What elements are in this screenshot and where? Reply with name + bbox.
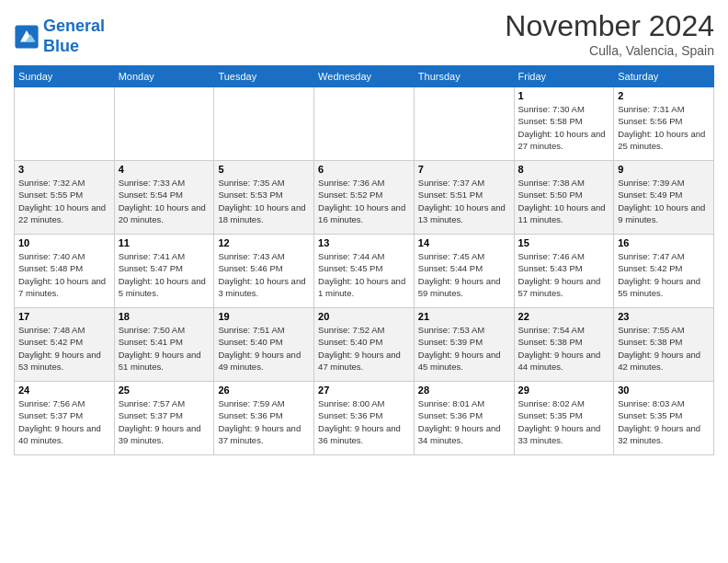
day-number: 20	[318, 311, 410, 322]
day-cell: 13Sunrise: 7:44 AM Sunset: 5:45 PM Dayli…	[314, 235, 415, 308]
week-row-2: 3Sunrise: 7:32 AM Sunset: 5:55 PM Daylig…	[15, 161, 714, 235]
day-cell: 9Sunrise: 7:39 AM Sunset: 5:49 PM Daylig…	[614, 161, 714, 235]
day-cell: 12Sunrise: 7:43 AM Sunset: 5:46 PM Dayli…	[214, 235, 314, 308]
weekday-header-row: SundayMondayTuesdayWednesdayThursdayFrid…	[15, 66, 714, 87]
day-number: 13	[318, 237, 410, 248]
day-cell: 22Sunrise: 7:54 AM Sunset: 5:38 PM Dayli…	[514, 308, 614, 382]
day-info: Sunrise: 8:01 AM Sunset: 5:36 PM Dayligh…	[418, 397, 510, 446]
calendar-table: SundayMondayTuesdayWednesdayThursdayFrid…	[14, 65, 714, 455]
day-number: 5	[218, 164, 310, 175]
day-cell: 14Sunrise: 7:45 AM Sunset: 5:44 PM Dayli…	[414, 235, 514, 308]
day-cell: 28Sunrise: 8:01 AM Sunset: 5:36 PM Dayli…	[414, 382, 514, 455]
day-number: 22	[518, 311, 610, 322]
day-info: Sunrise: 8:03 AM Sunset: 5:35 PM Dayligh…	[618, 397, 710, 446]
logo-text: General Blue	[43, 17, 105, 56]
day-info: Sunrise: 7:35 AM Sunset: 5:53 PM Dayligh…	[218, 177, 310, 225]
day-number: 10	[18, 237, 110, 248]
weekday-header-tuesday: Tuesday	[214, 66, 314, 87]
day-cell: 2Sunrise: 7:31 AM Sunset: 5:56 PM Daylig…	[614, 87, 714, 161]
day-info: Sunrise: 7:52 AM Sunset: 5:40 PM Dayligh…	[318, 324, 410, 373]
weekday-header-thursday: Thursday	[414, 66, 514, 87]
day-info: Sunrise: 7:50 AM Sunset: 5:41 PM Dayligh…	[119, 324, 210, 373]
day-info: Sunrise: 7:55 AM Sunset: 5:38 PM Dayligh…	[618, 324, 710, 373]
day-cell	[114, 87, 214, 161]
day-info: Sunrise: 7:44 AM Sunset: 5:45 PM Dayligh…	[318, 250, 410, 299]
day-cell: 16Sunrise: 7:47 AM Sunset: 5:42 PM Dayli…	[614, 235, 714, 308]
day-number: 14	[418, 237, 510, 248]
logo-icon	[14, 24, 40, 50]
weekday-header-wednesday: Wednesday	[314, 66, 415, 87]
title-block: November 2024 Culla, Valencia, Spain	[505, 9, 714, 58]
day-info: Sunrise: 7:48 AM Sunset: 5:42 PM Dayligh…	[18, 324, 110, 373]
month-title: November 2024	[505, 9, 714, 43]
day-number: 6	[318, 164, 410, 175]
day-number: 17	[18, 311, 110, 322]
day-cell	[15, 87, 115, 161]
day-cell: 15Sunrise: 7:46 AM Sunset: 5:43 PM Dayli…	[514, 235, 614, 308]
day-info: Sunrise: 7:38 AM Sunset: 5:50 PM Dayligh…	[518, 177, 610, 225]
day-info: Sunrise: 7:37 AM Sunset: 5:51 PM Dayligh…	[418, 177, 510, 225]
day-cell: 18Sunrise: 7:50 AM Sunset: 5:41 PM Dayli…	[114, 308, 214, 382]
day-info: Sunrise: 7:36 AM Sunset: 5:52 PM Dayligh…	[318, 177, 410, 225]
day-number: 3	[18, 164, 110, 175]
day-cell: 27Sunrise: 8:00 AM Sunset: 5:36 PM Dayli…	[314, 382, 415, 455]
day-cell: 4Sunrise: 7:33 AM Sunset: 5:54 PM Daylig…	[114, 161, 214, 235]
weekday-header-sunday: Sunday	[15, 66, 115, 87]
day-info: Sunrise: 7:30 AM Sunset: 5:58 PM Dayligh…	[518, 103, 610, 152]
day-info: Sunrise: 7:46 AM Sunset: 5:43 PM Dayligh…	[518, 250, 610, 299]
day-cell: 10Sunrise: 7:40 AM Sunset: 5:48 PM Dayli…	[15, 235, 115, 308]
day-info: Sunrise: 7:43 AM Sunset: 5:46 PM Dayligh…	[218, 250, 310, 299]
day-cell: 5Sunrise: 7:35 AM Sunset: 5:53 PM Daylig…	[214, 161, 314, 235]
day-cell: 21Sunrise: 7:53 AM Sunset: 5:39 PM Dayli…	[414, 308, 514, 382]
week-row-5: 24Sunrise: 7:56 AM Sunset: 5:37 PM Dayli…	[15, 382, 714, 455]
day-info: Sunrise: 7:31 AM Sunset: 5:56 PM Dayligh…	[618, 103, 710, 152]
day-info: Sunrise: 8:00 AM Sunset: 5:36 PM Dayligh…	[318, 397, 410, 446]
day-cell: 29Sunrise: 8:02 AM Sunset: 5:35 PM Dayli…	[514, 382, 614, 455]
page-header: General Blue November 2024 Culla, Valenc…	[14, 9, 714, 58]
day-number: 27	[318, 385, 410, 396]
week-row-3: 10Sunrise: 7:40 AM Sunset: 5:48 PM Dayli…	[15, 235, 714, 308]
day-info: Sunrise: 7:54 AM Sunset: 5:38 PM Dayligh…	[518, 324, 610, 373]
day-cell: 30Sunrise: 8:03 AM Sunset: 5:35 PM Dayli…	[614, 382, 714, 455]
day-info: Sunrise: 7:45 AM Sunset: 5:44 PM Dayligh…	[418, 250, 510, 299]
day-number: 26	[218, 385, 310, 396]
day-cell: 23Sunrise: 7:55 AM Sunset: 5:38 PM Dayli…	[614, 308, 714, 382]
day-number: 7	[418, 164, 510, 175]
day-number: 9	[618, 164, 710, 175]
logo-line2: Blue	[43, 37, 79, 55]
day-info: Sunrise: 7:41 AM Sunset: 5:47 PM Dayligh…	[119, 250, 210, 299]
day-cell: 6Sunrise: 7:36 AM Sunset: 5:52 PM Daylig…	[314, 161, 415, 235]
day-cell: 24Sunrise: 7:56 AM Sunset: 5:37 PM Dayli…	[15, 382, 115, 455]
day-number: 1	[518, 90, 610, 101]
day-number: 12	[218, 237, 310, 248]
day-number: 28	[418, 385, 510, 396]
day-info: Sunrise: 7:32 AM Sunset: 5:55 PM Dayligh…	[18, 177, 110, 225]
day-number: 24	[18, 385, 110, 396]
day-cell: 19Sunrise: 7:51 AM Sunset: 5:40 PM Dayli…	[214, 308, 314, 382]
day-number: 30	[618, 385, 710, 396]
day-number: 16	[618, 237, 710, 248]
day-info: Sunrise: 7:47 AM Sunset: 5:42 PM Dayligh…	[618, 250, 710, 299]
day-info: Sunrise: 8:02 AM Sunset: 5:35 PM Dayligh…	[518, 397, 610, 446]
day-number: 15	[518, 237, 610, 248]
day-number: 21	[418, 311, 510, 322]
day-info: Sunrise: 7:57 AM Sunset: 5:37 PM Dayligh…	[119, 397, 210, 446]
day-cell: 25Sunrise: 7:57 AM Sunset: 5:37 PM Dayli…	[114, 382, 214, 455]
day-number: 23	[618, 311, 710, 322]
day-cell: 1Sunrise: 7:30 AM Sunset: 5:58 PM Daylig…	[514, 87, 614, 161]
day-info: Sunrise: 7:33 AM Sunset: 5:54 PM Dayligh…	[119, 177, 210, 225]
day-cell	[414, 87, 514, 161]
day-info: Sunrise: 7:53 AM Sunset: 5:39 PM Dayligh…	[418, 324, 510, 373]
logo-line1: General	[43, 17, 105, 35]
day-cell: 3Sunrise: 7:32 AM Sunset: 5:55 PM Daylig…	[15, 161, 115, 235]
location: Culla, Valencia, Spain	[505, 43, 714, 58]
day-cell: 26Sunrise: 7:59 AM Sunset: 5:36 PM Dayli…	[214, 382, 314, 455]
day-cell: 20Sunrise: 7:52 AM Sunset: 5:40 PM Dayli…	[314, 308, 415, 382]
weekday-header-saturday: Saturday	[614, 66, 714, 87]
day-number: 19	[218, 311, 310, 322]
day-cell: 11Sunrise: 7:41 AM Sunset: 5:47 PM Dayli…	[114, 235, 214, 308]
day-cell: 8Sunrise: 7:38 AM Sunset: 5:50 PM Daylig…	[514, 161, 614, 235]
day-info: Sunrise: 7:59 AM Sunset: 5:36 PM Dayligh…	[218, 397, 310, 446]
day-cell: 7Sunrise: 7:37 AM Sunset: 5:51 PM Daylig…	[414, 161, 514, 235]
day-info: Sunrise: 7:51 AM Sunset: 5:40 PM Dayligh…	[218, 324, 310, 373]
